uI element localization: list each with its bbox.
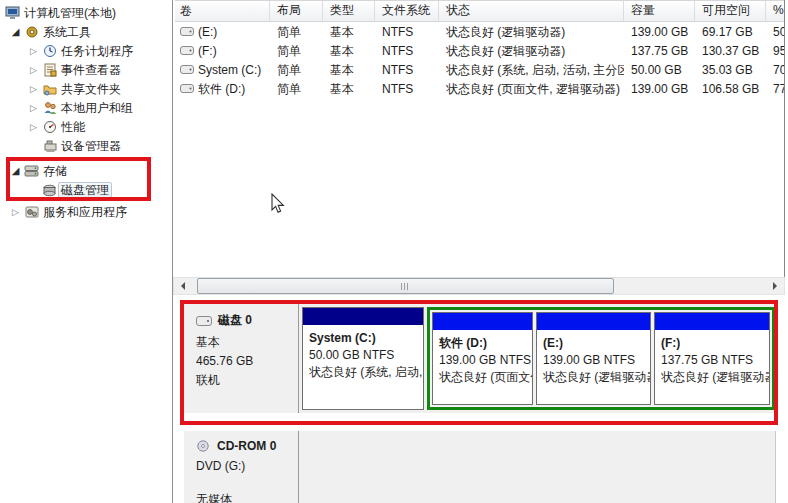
disk-size: 465.76 GB <box>196 352 298 371</box>
volume-percent-free: 77 % <box>766 80 785 98</box>
computer-icon <box>4 5 21 20</box>
volume-name: System (C:) <box>198 61 261 79</box>
cdrom-media-area[interactable] <box>298 431 776 503</box>
sidebar-item-shared-folders[interactable]: 共享文件夹 <box>0 79 172 98</box>
storage-icon <box>23 163 40 178</box>
sidebar-item-storage[interactable]: 存储 <box>0 161 172 180</box>
logical-drive-color-bar <box>655 313 769 332</box>
column-header-layout[interactable]: 布局 <box>270 1 323 21</box>
volume-status: 状态良好 (系统, 启动, 活动, 主分区) <box>439 61 624 79</box>
sidebar-item-device-manager[interactable]: 设备管理器 <box>0 136 172 155</box>
tree-collapsed-arrow[interactable] <box>26 103 41 113</box>
column-header-freespace[interactable]: 可用空间 <box>695 1 766 21</box>
column-header-type[interactable]: 类型 <box>323 1 375 21</box>
scrollbar-thumb[interactable] <box>197 278 614 294</box>
sidebar-item-computer-management[interactable]: 计算机管理(本地) <box>0 3 172 22</box>
volume-percent-free: 50 % <box>766 23 785 41</box>
volume-status: 状态良好 (逻辑驱动器) <box>439 42 624 60</box>
sidebar-item-local-users-groups[interactable]: 本地用户和组 <box>0 98 172 117</box>
volume-drive-icon <box>180 80 194 98</box>
shared-folders-icon <box>41 81 58 96</box>
cdrom-0-label-panel[interactable]: CD-ROM 0 DVD (G:) 无媒体 <box>184 431 298 503</box>
volume-type: 基本 <box>323 42 375 60</box>
column-header-volume[interactable]: 卷 <box>175 1 270 21</box>
device-manager-icon <box>41 138 58 153</box>
scroll-left-button[interactable] <box>174 278 191 294</box>
logical-drive-color-bar <box>537 313 650 332</box>
horizontal-scrollbar[interactable] <box>173 277 785 295</box>
event-viewer-icon <box>41 62 58 77</box>
table-row-volume-c[interactable]: System (C:) 简单 基本 NTFS 状态良好 (系统, 启动, 活动,… <box>175 60 784 79</box>
tree-expanded-arrow[interactable] <box>8 165 23 176</box>
tree-collapsed-arrow[interactable] <box>26 122 41 132</box>
sidebar-item-disk-management[interactable]: 磁盘管理 <box>0 180 172 199</box>
volume-drive-icon <box>180 42 194 60</box>
sidebar-item-services-applications[interactable]: 服务和应用程序 <box>0 202 172 221</box>
table-row-volume-e[interactable]: (E:) 简单 基本 NTFS 状态良好 (逻辑驱动器) 139.00 GB 6… <box>175 22 784 41</box>
sidebar-item-event-viewer[interactable]: 事件查看器 <box>0 60 172 79</box>
volume-capacity: 50.00 GB <box>624 61 695 79</box>
console-tree-pane: 计算机管理(本地) 系统工具 任务计划程序 事件查看器 共享文件夹 本 <box>0 0 172 503</box>
sidebar-item-label: 事件查看器 <box>58 62 124 78</box>
volume-layout: 简单 <box>270 80 323 98</box>
primary-partition-color-bar <box>303 308 423 327</box>
partition-size: 137.75 GB NTFS <box>661 352 763 369</box>
disk-management-pane: 卷 布局 类型 文件系统 状态 容量 可用空间 % 可 (E:) 简单 基本 N… <box>172 0 788 503</box>
volume-status: 状态良好 (页面文件, 逻辑驱动器) <box>439 80 624 98</box>
sidebar-item-label: 计算机管理(本地) <box>21 5 119 21</box>
sidebar-item-task-scheduler[interactable]: 任务计划程序 <box>0 41 172 60</box>
partition-f[interactable]: (F:) 137.75 GB NTFS 状态良好 (逻辑驱动器) <box>654 312 770 405</box>
volume-name: 软件 (D:) <box>198 80 245 98</box>
table-row-volume-f[interactable]: (F:) 简单 基本 NTFS 状态良好 (逻辑驱动器) 137.75 GB 1… <box>175 41 784 60</box>
sidebar-item-label: 性能 <box>58 119 88 135</box>
volume-list-header: 卷 布局 类型 文件系统 状态 容量 可用空间 % 可 <box>175 0 784 22</box>
partition-d[interactable]: 软件 (D:) 139.00 GB NTFS 状态良好 (页面文件, 逻辑驱动器… <box>432 312 533 405</box>
disk-status: 联机 <box>196 371 298 390</box>
tree-collapsed-arrow[interactable] <box>8 207 23 217</box>
local-users-icon <box>41 100 58 115</box>
sidebar-item-label: 系统工具 <box>40 24 94 40</box>
partition-system-c[interactable]: System (C:) 50.00 GB NTFS 状态良好 (系统, 启动, … <box>302 307 424 410</box>
partition-name: (F:) <box>661 335 763 352</box>
disk-0-label-panel[interactable]: 磁盘 0 基本 465.76 GB 联机 <box>184 304 298 413</box>
volume-freespace: 106.58 GB <box>695 80 766 98</box>
scroll-right-button[interactable] <box>767 278 784 294</box>
tree-expanded-arrow[interactable] <box>8 26 23 37</box>
disk-management-icon <box>41 182 58 197</box>
volume-freespace: 130.37 GB <box>695 42 766 60</box>
table-row-volume-d[interactable]: 软件 (D:) 简单 基本 NTFS 状态良好 (页面文件, 逻辑驱动器) 13… <box>175 79 784 98</box>
partition-status: 状态良好 (页面文件, 逻辑驱动器) <box>439 369 526 386</box>
partition-name: System (C:) <box>309 330 417 347</box>
disk-0-row: 磁盘 0 基本 465.76 GB 联机 System (C:) 50.00 G… <box>184 304 776 413</box>
partition-e[interactable]: (E:) 139.00 GB NTFS 状态良好 (逻辑驱动器) <box>536 312 651 405</box>
volume-filesystem: NTFS <box>375 42 439 60</box>
partition-size: 139.00 GB NTFS <box>439 352 526 369</box>
partition-name: (E:) <box>543 335 644 352</box>
sidebar-item-label: 磁盘管理 <box>58 182 112 198</box>
volume-drive-icon <box>180 61 194 79</box>
tree-collapsed-arrow[interactable] <box>26 65 41 75</box>
column-header-filesystem[interactable]: 文件系统 <box>375 1 439 21</box>
volume-filesystem: NTFS <box>375 23 439 41</box>
volume-capacity: 139.00 GB <box>624 80 695 98</box>
tree-collapsed-arrow[interactable] <box>26 84 41 94</box>
cdrom-icon <box>196 440 211 453</box>
volume-capacity: 137.75 GB <box>624 42 695 60</box>
tree-collapsed-arrow[interactable] <box>26 46 41 56</box>
sidebar-item-label: 本地用户和组 <box>58 100 136 116</box>
column-header-capacity[interactable]: 容量 <box>624 1 695 21</box>
volume-layout: 简单 <box>270 61 323 79</box>
column-header-percent-free[interactable]: % 可 <box>766 1 785 21</box>
disk-graphical-view: 磁盘 0 基本 465.76 GB 联机 System (C:) 50.00 G… <box>173 295 788 503</box>
scrollbar-grip-icon <box>401 283 410 290</box>
partition-status: 状态良好 (逻辑驱动器) <box>543 369 644 386</box>
sidebar-item-label: 设备管理器 <box>58 138 124 154</box>
cdrom-0-row: CD-ROM 0 DVD (G:) 无媒体 <box>184 431 776 503</box>
column-header-status[interactable]: 状态 <box>439 1 624 21</box>
volume-layout: 简单 <box>270 23 323 41</box>
partition-size: 50.00 GB NTFS <box>309 347 417 364</box>
sidebar-item-performance[interactable]: 性能 <box>0 117 172 136</box>
sidebar-item-system-tools[interactable]: 系统工具 <box>0 22 172 41</box>
extended-partition-group: 软件 (D:) 139.00 GB NTFS 状态良好 (页面文件, 逻辑驱动器… <box>427 307 775 410</box>
cdrom-name: CD-ROM 0 <box>217 439 276 453</box>
